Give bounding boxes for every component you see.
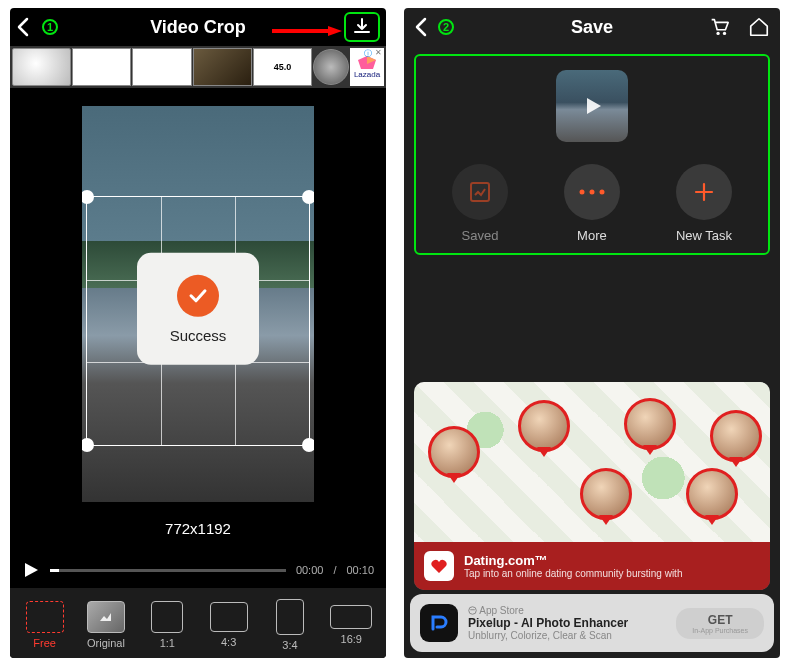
profile-pin — [686, 468, 738, 520]
ad-info-icon[interactable]: ⓘ — [364, 48, 372, 59]
action-saved[interactable]: Saved — [452, 164, 508, 243]
ratio-label: Original — [87, 637, 125, 649]
appstore-title: Pixelup - AI Photo Enhancer — [468, 616, 666, 630]
ratio-label: 1:1 — [160, 637, 175, 649]
svg-rect-9 — [471, 183, 489, 201]
ad-dating-row[interactable]: Dating.com™ Tap into an online dating co… — [414, 542, 770, 590]
success-label: Success — [170, 326, 227, 343]
ratio-label: 3:4 — [282, 639, 297, 651]
ad-banner-strip[interactable]: 45.0 ⓘ ✕ Lazada — [10, 46, 386, 88]
plus-icon — [691, 179, 717, 205]
ratio-free[interactable]: Free — [16, 601, 74, 649]
svg-point-7 — [723, 32, 726, 35]
ratio-label: Free — [33, 637, 56, 649]
ad-close-icon[interactable]: ✕ — [375, 48, 382, 57]
step-badge-1: 1 — [42, 19, 58, 35]
checkmark-icon — [177, 274, 219, 316]
save-panel-highlight: Saved More New Task — [414, 54, 770, 255]
svg-marker-8 — [587, 98, 601, 114]
screen-save: 2 Save Saved More — [404, 8, 780, 658]
time-current: 00:00 — [296, 564, 324, 576]
ad-card[interactable]: AD Dating.com™ Tap into an online dating… — [414, 382, 770, 590]
ratio-original[interactable]: Original — [77, 601, 135, 649]
crop-handle-tr[interactable] — [302, 190, 314, 204]
ratio-label: 4:3 — [221, 636, 236, 648]
saved-icon — [467, 179, 493, 205]
ratio-4-3[interactable]: 4:3 — [200, 602, 258, 648]
playback-bar: 00:00/00:10 — [10, 552, 386, 588]
profile-pin — [518, 400, 570, 452]
screen-video-crop: 1 Video Crop 45.0 ⓘ ✕ Lazada — [10, 8, 386, 658]
action-label: New Task — [676, 228, 732, 243]
success-toast: Success — [137, 253, 259, 365]
svg-marker-4 — [25, 563, 38, 577]
appstore-source: App Store — [468, 605, 666, 616]
home-icon[interactable] — [748, 16, 770, 38]
header-bar: 1 Video Crop — [10, 8, 386, 46]
ad-subtitle: Tap into an online dating community burs… — [464, 568, 682, 579]
iap-label: In-App Purchases — [692, 627, 748, 634]
ad-title: Dating.com™ — [464, 553, 682, 568]
crop-handle-br[interactable] — [302, 438, 314, 452]
profile-pin — [580, 468, 632, 520]
ad-thumb[interactable] — [313, 49, 349, 85]
profile-pin — [710, 410, 762, 462]
export-button[interactable] — [344, 12, 380, 42]
scrubber[interactable] — [50, 569, 286, 572]
profile-pin — [428, 426, 480, 478]
svg-marker-1 — [328, 26, 342, 36]
ad-thumb[interactable] — [12, 48, 71, 86]
download-icon — [352, 17, 372, 37]
appstore-sheet[interactable]: App Store Pixelup - AI Photo Enhancer Un… — [410, 594, 774, 652]
action-label: More — [577, 228, 607, 243]
page-title: Video Crop — [150, 17, 246, 38]
get-button[interactable]: GET In-App Purchases — [676, 608, 764, 639]
action-more[interactable]: More — [564, 164, 620, 243]
ad-lazada-label: Lazada — [354, 70, 380, 79]
svg-point-11 — [589, 190, 594, 195]
svg-point-6 — [716, 32, 719, 35]
cart-icon[interactable] — [708, 16, 730, 38]
ratio-label: 16:9 — [341, 633, 362, 645]
header-bar: 2 Save — [404, 8, 780, 46]
heart-icon — [424, 551, 454, 581]
ad-thumb[interactable] — [193, 48, 252, 86]
back-button[interactable] — [16, 17, 30, 37]
svg-point-12 — [599, 190, 604, 195]
svg-point-10 — [579, 190, 584, 195]
aspect-ratio-bar: Free Original 1:1 4:3 3:4 16:9 — [10, 588, 386, 658]
svg-marker-5 — [100, 613, 111, 621]
ad-lazada[interactable]: ⓘ ✕ Lazada — [350, 48, 384, 86]
ad-thumb[interactable] — [72, 48, 131, 86]
crop-handle-tl[interactable] — [82, 190, 94, 204]
ad-thumb[interactable]: 45.0 — [253, 48, 312, 86]
annotation-arrow — [272, 26, 342, 36]
back-button[interactable] — [414, 17, 428, 37]
ad-thumb[interactable] — [132, 48, 191, 86]
ad-map-image — [414, 382, 770, 542]
play-icon[interactable] — [22, 561, 40, 579]
time-total: 00:10 — [346, 564, 374, 576]
action-new-task[interactable]: New Task — [676, 164, 732, 243]
more-icon — [577, 187, 607, 197]
get-label: GET — [708, 613, 733, 627]
play-icon — [579, 93, 605, 119]
appstore-subtitle: Unblurry, Colorize, Clear & Scan — [468, 630, 666, 641]
saved-video-thumb[interactable] — [556, 70, 628, 142]
ratio-1-1[interactable]: 1:1 — [138, 601, 196, 649]
action-label: Saved — [462, 228, 499, 243]
crop-dimensions: 772x1192 — [165, 520, 231, 537]
ratio-16-9[interactable]: 16:9 — [322, 605, 380, 645]
profile-pin — [624, 398, 676, 450]
pixelup-icon — [420, 604, 458, 642]
ratio-3-4[interactable]: 3:4 — [261, 599, 319, 651]
page-title: Save — [571, 17, 613, 38]
video-preview: Success 772x1192 — [10, 88, 386, 552]
step-badge-2: 2 — [438, 19, 454, 35]
crop-handle-bl[interactable] — [82, 438, 94, 452]
